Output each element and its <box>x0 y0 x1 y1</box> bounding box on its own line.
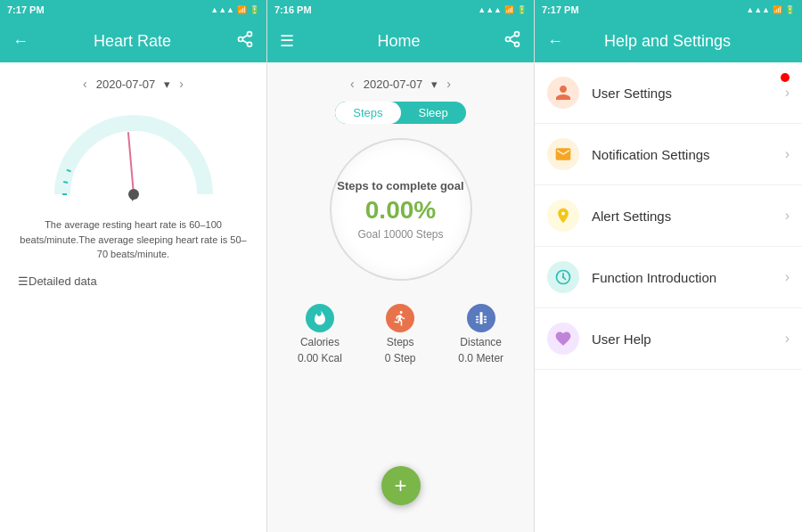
next-date-left[interactable]: › <box>179 77 184 91</box>
calories-label: Calories <box>300 336 340 348</box>
user-help-chevron: › <box>785 331 790 347</box>
svg-point-1 <box>238 37 242 41</box>
svg-point-33 <box>562 276 565 279</box>
svg-point-2 <box>247 42 251 46</box>
svg-line-3 <box>242 40 248 43</box>
notification-settings-chevron: › <box>785 146 790 162</box>
status-bar-middle: 7:16 PM ▲▲▲ 📶 🔋 <box>267 0 534 20</box>
settings-panel: 7:17 PM ▲▲▲ 📶 🔋 ← Help and Settings User… <box>535 0 802 532</box>
step-sleep-tabs: Steps Sleep <box>335 102 466 124</box>
heart-rate-title: Heart Rate <box>94 32 171 51</box>
status-icons-right: ▲▲▲ 📶 🔋 <box>746 5 795 14</box>
detailed-data-link[interactable]: ☰Detailed data <box>9 274 97 288</box>
settings-item-function[interactable]: Function Introduction › <box>535 247 802 308</box>
next-date-middle[interactable]: › <box>446 77 451 91</box>
settings-item-notification[interactable]: Notification Settings › <box>535 124 802 185</box>
calories-icon <box>306 304 334 332</box>
goal-circle-container: Steps to complete goal 0.00% Goal 10000 … <box>330 138 472 281</box>
user-settings-chevron: › <box>785 85 790 101</box>
goal-label: Steps to complete goal <box>337 179 463 192</box>
tab-steps[interactable]: Steps <box>335 102 400 124</box>
heart-rate-content: ‹ 2020-07-07 ▾ › <box>0 62 266 532</box>
function-intro-label: Function Introduction <box>592 270 785 285</box>
time-right: 7:17 PM <box>542 4 579 15</box>
back-button[interactable]: ← <box>12 32 29 51</box>
svg-line-22 <box>63 182 68 183</box>
notification-settings-icon-circle <box>547 138 579 170</box>
home-content: ‹ 2020-07-07 ▾ › Steps Sleep Steps to co… <box>267 62 534 532</box>
alert-settings-label: Alert Settings <box>592 209 785 224</box>
fab-container: + <box>381 448 421 523</box>
menu-button[interactable]: ☰ <box>280 31 294 51</box>
function-intro-chevron: › <box>785 269 790 285</box>
date-nav-left: ‹ 2020-07-07 ▾ › <box>9 71 258 96</box>
distance-label: Distance <box>460 336 502 348</box>
settings-item-help[interactable]: User Help › <box>535 308 802 370</box>
gauge-svg: ♥ <box>45 105 223 203</box>
home-panel: 7:16 PM ▲▲▲ 📶 🔋 ☰ Home ‹ 2020-07-07 ▾ › … <box>267 0 535 532</box>
date-display-middle: 2020-07-07 <box>364 78 423 91</box>
settings-item-alert[interactable]: Alert Settings › <box>535 185 802 247</box>
tab-sleep[interactable]: Sleep <box>401 102 466 124</box>
heart-rate-description: The average resting heart rate is 60–100… <box>18 217 249 262</box>
prev-date-middle[interactable]: ‹ <box>350 77 355 91</box>
heart-rate-gauge: ♥ <box>45 105 223 203</box>
svg-line-24 <box>127 132 133 194</box>
calories-value: 0.00 Kcal <box>298 352 342 364</box>
date-nav-middle: ‹ 2020-07-07 ▾ › <box>276 71 525 96</box>
steps-label: Steps <box>387 336 414 348</box>
svg-point-29 <box>514 42 519 46</box>
share-button-middle[interactable] <box>503 30 521 53</box>
status-icons-middle: ▲▲▲ 📶 🔋 <box>478 5 527 14</box>
home-header: ☰ Home <box>267 20 534 62</box>
steps-stat: Steps 0 Step <box>385 304 416 364</box>
distance-icon <box>467 304 495 332</box>
alert-settings-chevron: › <box>785 208 790 224</box>
home-title: Home <box>377 32 420 51</box>
calories-stat: Calories 0.00 Kcal <box>298 304 342 364</box>
goal-steps: Goal 10000 Steps <box>357 228 443 241</box>
red-dot-indicator <box>781 73 790 82</box>
steps-icon <box>386 304 414 332</box>
heart-rate-panel: 7:17 PM ▲▲▲ 📶 🔋 ← Heart Rate ‹ 2020-07-0… <box>0 0 267 532</box>
goal-percent: 0.00% <box>365 196 436 225</box>
time-left: 7:17 PM <box>7 4 45 15</box>
steps-value: 0 Step <box>385 352 416 364</box>
back-button-settings[interactable]: ← <box>547 32 563 51</box>
fab-add-button[interactable]: + <box>381 466 421 505</box>
svg-point-0 <box>247 31 251 36</box>
status-bar-right: 7:17 PM ▲▲▲ 📶 🔋 <box>535 0 802 20</box>
settings-header: ← Help and Settings <box>535 20 802 62</box>
svg-point-27 <box>514 31 519 36</box>
svg-point-28 <box>505 37 510 41</box>
distance-stat: Distance 0.0 Meter <box>458 304 503 364</box>
status-icons-left: ▲▲▲ 📶 🔋 <box>210 5 259 14</box>
time-middle: 7:16 PM <box>274 4 312 15</box>
svg-text:♥: ♥ <box>130 193 135 203</box>
distance-value: 0.0 Meter <box>458 352 503 364</box>
user-help-label: User Help <box>592 331 785 347</box>
user-settings-label: User Settings <box>592 86 785 101</box>
settings-content: User Settings › Notification Settings › … <box>535 62 802 532</box>
alert-settings-icon-circle <box>547 200 579 232</box>
share-button-left[interactable] <box>236 30 254 53</box>
notification-settings-label: Notification Settings <box>592 147 785 162</box>
goal-circle: Steps to complete goal 0.00% Goal 10000 … <box>330 138 472 281</box>
date-display-left: 2020-07-07 <box>96 78 156 91</box>
stats-row: Calories 0.00 Kcal Steps 0 Step Distance… <box>276 304 525 364</box>
heart-rate-header: ← Heart Rate <box>0 20 266 62</box>
function-intro-icon-circle <box>547 261 579 293</box>
settings-title: Help and Settings <box>604 32 731 51</box>
prev-date-left[interactable]: ‹ <box>83 77 87 91</box>
svg-line-30 <box>510 40 515 43</box>
user-help-icon-circle <box>547 323 579 355</box>
status-bar-left: 7:17 PM ▲▲▲ 📶 🔋 <box>0 0 266 20</box>
svg-line-31 <box>510 35 515 37</box>
user-settings-icon-circle <box>547 77 579 109</box>
svg-line-4 <box>242 35 248 37</box>
settings-item-user[interactable]: User Settings › <box>535 62 802 124</box>
